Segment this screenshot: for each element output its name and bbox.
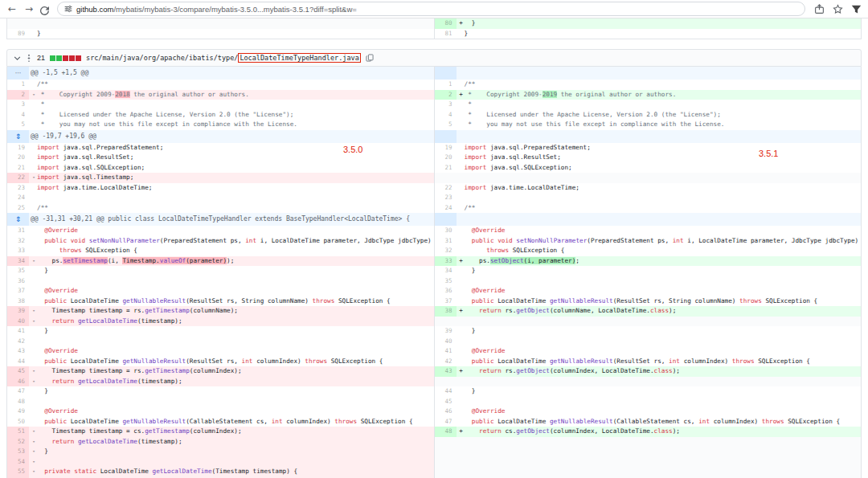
code-line: import java.sql.SQLException; (457, 163, 862, 174)
diff-marker (31, 183, 37, 194)
file-header[interactable]: 21 src/main/java/org/apache/ibatis/type/… (6, 49, 862, 67)
code-segment: columnIndex) (283, 418, 335, 425)
code-segment: rs. (502, 367, 517, 374)
code-segment: getLocalDateTime (78, 317, 137, 325)
diff-marker: - (31, 306, 37, 317)
diff-row: 48 45 (7, 397, 861, 407)
diff-marker (458, 296, 465, 307)
browser-toolbar: ← → github.com/mybatis/mybatis-3/compare… (0, 0, 868, 18)
code-segment: java.sql.SQLException; (486, 164, 571, 171)
code-segment: * Licensed under the Apache License, Ver… (465, 111, 721, 118)
code-segment: java.sql.PreparedStatement; (486, 144, 591, 151)
code-segment: (columnIndex, LocalDateTime. (550, 367, 654, 374)
diff-marker (458, 203, 465, 214)
code-segment: public (472, 297, 494, 304)
line-number: 45 (435, 397, 457, 407)
code-segment: import (37, 174, 59, 181)
expand-hunk-button[interactable]: ⇕ (7, 213, 29, 226)
code-line (457, 193, 862, 203)
code-segment: the original author or authors. (557, 91, 676, 98)
line-number: 19 (7, 143, 29, 153)
back-button[interactable]: ← (6, 0, 18, 18)
file-path[interactable]: src/main/java/org/apache/ibatis/type/Loc… (86, 54, 361, 62)
code-line (457, 447, 862, 457)
browser-action-icons (814, 4, 862, 14)
code-segment: static (74, 468, 96, 475)
code-segment (37, 247, 59, 254)
code-segment: * you may not use this file except in co… (465, 121, 725, 128)
line-number (435, 457, 457, 468)
code-line: - private static LocalDateTime getLocalD… (29, 467, 434, 477)
code-segment (465, 247, 487, 254)
diff-marker (458, 417, 465, 427)
code-line: public LocalDateTime getNullableResult(R… (457, 357, 862, 367)
code-line: @Override (29, 226, 434, 236)
code-segment: getNullableResult (550, 357, 613, 365)
diff-row: 49 @Override46 @Override (7, 407, 861, 417)
diff-marker: + (458, 90, 465, 100)
hunk-header-row: ⋯@@ -1,5 +1,5 @@ (7, 67, 861, 80)
address-bar[interactable]: github.com/mybatis/mybatis-3/compare/myb… (57, 2, 805, 16)
copy-path-icon[interactable] (366, 54, 374, 62)
diff-row: 22-import java.sql.Timestamp; (7, 173, 861, 183)
diff-row: 2- * Copyright 2009-2018 the original au… (7, 90, 861, 100)
code-segment: private (44, 468, 70, 475)
code-segment: (CallableStatement cs, (186, 418, 271, 425)
forward-button[interactable]: → (23, 0, 35, 18)
diff-row: 24 23 (7, 193, 861, 203)
code-segment: ); (673, 367, 680, 374)
code-line: } (29, 326, 434, 337)
code-line: public LocalDateTime getNullableResult(R… (457, 296, 862, 307)
code-segment: @Override (37, 227, 78, 234)
code-segment: @Override (465, 407, 506, 415)
diff-row: 46- return getLocalDateTime(timestamp); (7, 377, 861, 387)
diff-row: 5 * you may not use this file except in … (7, 120, 861, 130)
code-segment: * (37, 100, 44, 108)
site-settings-icon[interactable] (64, 5, 72, 13)
line-number: 33 (7, 246, 29, 256)
diff-marker (458, 407, 465, 417)
diff-row: 36 35 (7, 276, 861, 287)
code-line: -import java.sql.Timestamp; (29, 173, 434, 183)
annotation-version-left: 3.5.0 (343, 145, 362, 154)
line-number: 37 (7, 286, 29, 296)
line-number: 45 (7, 366, 29, 377)
code-segment: @Override (37, 407, 78, 415)
line-number: 47 (7, 386, 29, 397)
code-segment: } (37, 30, 41, 37)
line-number: 53 (7, 447, 29, 457)
diff-marker (458, 386, 465, 397)
annotation-filename-box: LocalDateTimeTypeHandler.java (238, 53, 360, 63)
code-segment: public (472, 357, 494, 365)
diff-marker (31, 357, 37, 367)
code-segment: /** (465, 80, 476, 88)
code-segment: /** (465, 204, 476, 211)
code-segment: } (37, 447, 48, 455)
diff-marker (31, 29, 37, 39)
code-segment: Timestamp timestamp = rs. (37, 367, 145, 374)
expand-hunk-button[interactable]: ⇕ (7, 130, 29, 143)
code-segment: @Override (465, 287, 506, 294)
filter-funnel-icon[interactable] (851, 4, 862, 14)
diff-marker (458, 346, 465, 357)
line-number: 3 (435, 100, 457, 110)
code-segment: setTimestamp (63, 257, 108, 264)
collapse-file-chevron-icon[interactable] (14, 55, 21, 62)
code-line: * (29, 100, 434, 110)
line-number: 81 (435, 29, 457, 39)
url-path: /mybatis/mybatis-3/compare/mybatis-3.5.0… (113, 5, 356, 14)
share-icon[interactable] (814, 4, 825, 14)
code-segment: (columnIndex, LocalDateTime. (550, 427, 654, 435)
code-segment: LocalDateTime (494, 297, 550, 304)
diff-marker (458, 357, 465, 367)
bookmark-star-icon[interactable] (833, 4, 843, 14)
code-segment: class (650, 307, 669, 314)
code-line: public LocalDateTime getNullableResult(C… (457, 417, 862, 427)
diff-marker (31, 417, 37, 427)
code-line: } (457, 386, 862, 397)
line-number: 21 (435, 163, 457, 174)
code-line (29, 276, 434, 287)
reload-button[interactable] (40, 2, 51, 15)
diff-marker (31, 246, 37, 256)
code-segment: throws (732, 357, 755, 365)
